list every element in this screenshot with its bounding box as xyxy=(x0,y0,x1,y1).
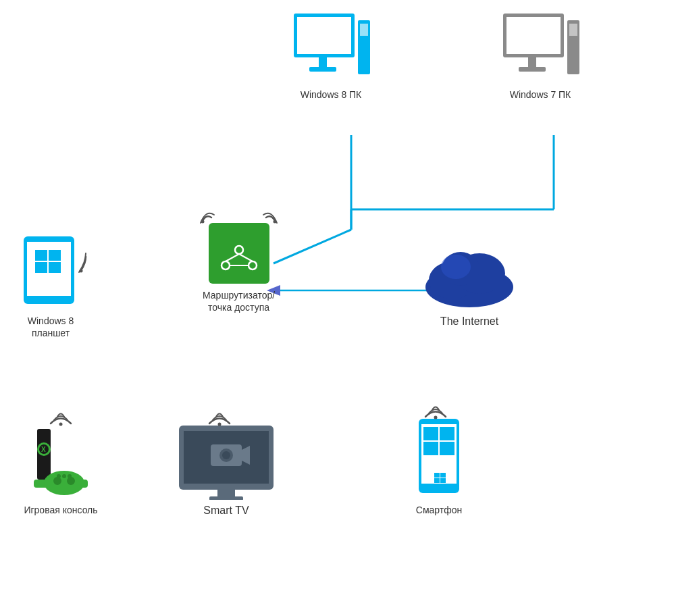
svg-point-51 xyxy=(218,423,222,426)
tablet-wifi-icon xyxy=(78,250,98,274)
router-label: Маршрутизатор/точка доступа xyxy=(203,289,275,313)
smarttv-node: Smart TV xyxy=(176,426,277,518)
win8-pc-icon xyxy=(290,14,371,84)
win7-pc-node: Windows 7 ПК xyxy=(500,14,581,101)
svg-rect-58 xyxy=(217,490,235,496)
svg-rect-63 xyxy=(423,427,438,440)
win7-pc-label: Windows 7 ПК xyxy=(510,88,571,101)
smarttv-icon xyxy=(176,426,277,500)
xbox-node: X Игровая консоль xyxy=(20,426,101,516)
network-diagram: Windows 8 ПК Windows 7 ПК xyxy=(0,0,676,616)
xbox-wifi-icon xyxy=(47,407,74,427)
router-wifi-tl xyxy=(199,204,223,224)
svg-point-39 xyxy=(59,423,63,426)
svg-rect-64 xyxy=(440,427,454,440)
svg-point-50 xyxy=(68,474,72,478)
xbox-icon: X xyxy=(20,426,101,500)
svg-point-21 xyxy=(235,246,243,254)
svg-text:X: X xyxy=(41,446,46,453)
svg-rect-35 xyxy=(35,250,47,261)
svg-rect-15 xyxy=(528,57,536,67)
smartphone-node: Смартфон xyxy=(415,419,463,516)
win8-tablet-label: Windows 8планшет xyxy=(28,315,74,339)
svg-rect-59 xyxy=(209,496,243,500)
phone-icon xyxy=(415,419,463,500)
win7-pc-icon xyxy=(500,14,581,84)
internet-node: The Internet xyxy=(419,243,520,329)
svg-line-24 xyxy=(226,254,239,261)
svg-rect-16 xyxy=(519,67,546,72)
svg-rect-37 xyxy=(35,262,47,273)
router-icon xyxy=(209,223,269,284)
svg-point-22 xyxy=(222,261,230,270)
svg-point-19 xyxy=(201,220,205,224)
svg-point-49 xyxy=(57,474,61,478)
svg-rect-8 xyxy=(297,17,351,54)
router-wifi-tr xyxy=(255,204,278,224)
svg-point-31 xyxy=(441,255,471,279)
win8-tablet-node: Windows 8планшет xyxy=(20,236,81,339)
svg-rect-65 xyxy=(423,442,438,455)
smarttv-label: Smart TV xyxy=(203,504,249,518)
router-node: Маршрутизатор/точка доступа xyxy=(203,223,275,313)
svg-point-47 xyxy=(67,477,75,485)
svg-rect-9 xyxy=(319,57,327,67)
svg-rect-70 xyxy=(440,478,446,483)
svg-rect-18 xyxy=(569,24,577,36)
svg-rect-14 xyxy=(506,17,561,54)
svg-point-32 xyxy=(80,270,83,273)
cloud-icon xyxy=(419,243,520,311)
svg-line-1 xyxy=(274,230,351,263)
svg-point-20 xyxy=(274,220,277,224)
win8-pc-label: Windows 8 ПК xyxy=(301,88,362,101)
smartphone-wifi-icon xyxy=(422,400,449,420)
xbox-label: Игровая консоль xyxy=(24,504,97,516)
svg-rect-67 xyxy=(434,473,440,478)
svg-rect-36 xyxy=(49,250,61,261)
svg-rect-66 xyxy=(440,442,454,455)
svg-point-56 xyxy=(222,451,230,459)
tablet-icon xyxy=(20,236,81,311)
svg-point-60 xyxy=(434,416,438,419)
internet-label: The Internet xyxy=(440,315,498,329)
svg-rect-38 xyxy=(49,262,61,273)
svg-rect-69 xyxy=(434,478,440,483)
svg-rect-12 xyxy=(360,24,368,36)
smarttv-wifi-icon xyxy=(206,407,233,427)
svg-line-25 xyxy=(239,254,253,261)
svg-rect-10 xyxy=(309,67,336,72)
svg-point-23 xyxy=(249,261,257,270)
router-network-symbol xyxy=(219,233,259,274)
svg-rect-68 xyxy=(440,473,446,478)
svg-point-46 xyxy=(53,477,61,485)
svg-point-48 xyxy=(62,474,66,478)
win8-pc-node: Windows 8 ПК xyxy=(290,14,371,101)
smartphone-label: Смартфон xyxy=(416,504,462,516)
